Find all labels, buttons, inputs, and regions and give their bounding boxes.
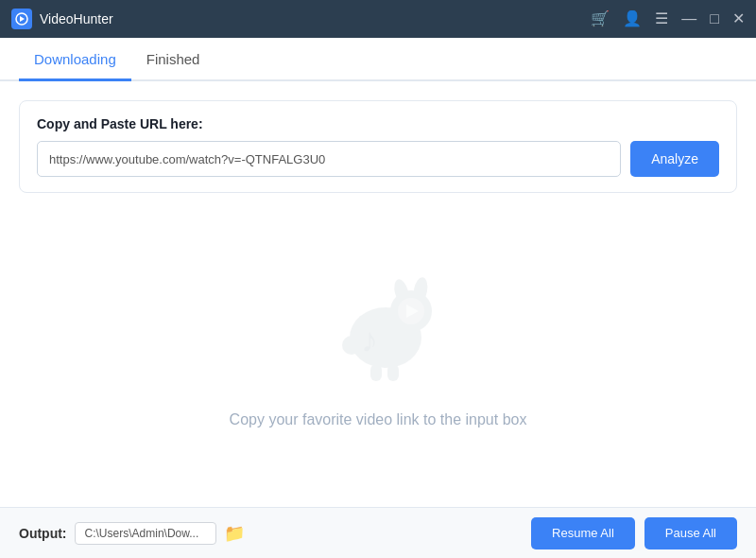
svg-marker-1 <box>20 16 25 22</box>
svg-rect-8 <box>387 364 399 381</box>
close-icon[interactable]: ✕ <box>732 11 745 26</box>
svg-rect-7 <box>370 364 382 381</box>
url-input[interactable] <box>37 141 621 177</box>
main-content: Downloading Finished Copy and Paste URL … <box>0 38 756 558</box>
pause-all-button[interactable]: Pause All <box>644 517 737 549</box>
tab-downloading[interactable]: Downloading <box>19 38 131 81</box>
account-icon[interactable]: 👤 <box>623 11 642 26</box>
cart-icon[interactable]: 🛒 <box>591 11 610 26</box>
output-section: Output: C:\Users\Admin\Dow... 📁 <box>19 522 245 545</box>
maximize-icon[interactable]: □ <box>710 11 719 26</box>
titlebar: VideoHunter 🛒 👤 ☰ — □ ✕ <box>0 0 756 38</box>
footer-bar: Output: C:\Users\Admin\Dow... 📁 Resume A… <box>0 507 756 558</box>
minimize-icon[interactable]: — <box>681 11 696 26</box>
output-path: C:\Users\Admin\Dow... <box>75 522 216 545</box>
url-section: Copy and Paste URL here: Analyze <box>19 100 737 193</box>
analyze-button[interactable]: Analyze <box>630 141 719 177</box>
content-area: Copy and Paste URL here: Analyze <box>0 81 756 507</box>
folder-icon[interactable]: 📁 <box>224 523 245 544</box>
tab-bar: Downloading Finished <box>0 38 756 81</box>
url-input-row: Analyze <box>37 141 719 177</box>
output-label: Output: <box>19 526 67 541</box>
svg-point-6 <box>342 336 361 355</box>
resume-all-button[interactable]: Resume All <box>531 517 635 549</box>
titlebar-left: VideoHunter <box>11 9 113 29</box>
menu-icon[interactable]: ☰ <box>655 11 668 26</box>
footer-buttons: Resume All Pause All <box>531 517 737 549</box>
app-logo <box>11 9 32 29</box>
titlebar-controls: 🛒 👤 ☰ — □ ✕ <box>591 11 745 26</box>
url-label: Copy and Paste URL here: <box>37 116 719 131</box>
tab-finished[interactable]: Finished <box>131 38 215 81</box>
svg-text:♪: ♪ <box>361 321 378 359</box>
empty-state-message: Copy your favorite video link to the inp… <box>230 411 527 428</box>
empty-state: ♪ Copy your favorite video link to the i… <box>19 212 737 488</box>
empty-illustration: ♪ <box>302 243 454 394</box>
app-title: VideoHunter <box>40 11 113 26</box>
